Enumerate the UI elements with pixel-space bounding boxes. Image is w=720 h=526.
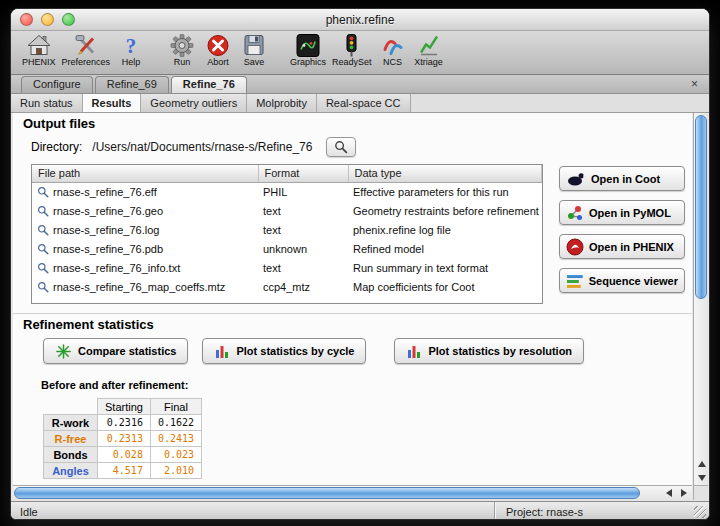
file-row[interactable]: rnase-s_refine_76_map_coeffs.mtz ccp4_mt… [32,277,542,296]
notebook-tabbar: Configure Refine_69 Refine_76 × [11,75,709,94]
close-window-button[interactable] [20,13,33,26]
vertical-scrollbar[interactable] [693,113,708,485]
resize-grip-icon[interactable] [694,506,706,518]
toolbar-button-preferences[interactable]: Preferences [59,32,114,67]
file-data-type: Map coefficients for Coot [348,277,542,296]
project-status: Project: rnase-s [495,506,709,518]
status-bar: Idle Project: rnase-s [11,501,709,520]
button-label: Open in PyMOL [589,207,671,219]
output-files-section: File path Format Data type rnase-s_refin… [31,164,692,304]
col-starting: Starting [98,399,151,415]
col-final: Final [150,399,201,415]
toolbar-button-save[interactable]: Save [236,32,272,67]
file-path: rnase-s_refine_76.eff [53,186,157,198]
row-label: Bonds [44,447,98,463]
scroll-up-button[interactable] [694,457,709,471]
magnifier-icon [37,224,49,236]
file-format: PHIL [258,182,348,201]
tab-configure[interactable]: Configure [21,76,93,93]
toolbar-button-abort[interactable]: Abort [200,32,236,67]
stats-row-r-free: R-free 0.2313 0.2413 [44,431,202,447]
magnifier-icon [37,281,49,293]
toolbar-button-phenix[interactable]: PHENIX [19,32,59,67]
file-path: rnase-s_refine_76_info.txt [53,262,180,274]
toolbar-label: NCS [383,57,402,67]
open-in-phenix-button[interactable]: Open in PHENIX [559,234,685,259]
scroll-down-button[interactable] [694,471,709,485]
file-data-type: Refined model [348,239,542,258]
minimize-window-button[interactable] [41,13,54,26]
magnifier-icon [37,205,49,217]
horizontal-scrollbar-thumb[interactable] [14,487,640,499]
col-file-path[interactable]: File path [32,165,258,182]
preferences-icon [73,32,99,59]
open-in-coot-button[interactable]: Open in Coot [559,166,685,191]
toolbar-label: Run [174,57,191,67]
toolbar-label: Graphics [290,57,326,67]
subtab-results[interactable]: Results [83,94,142,112]
pymol-icon [566,204,584,222]
vertical-scrollbar-thumb[interactable] [695,115,707,299]
tab-refine-69[interactable]: Refine_69 [95,76,169,93]
subtab-run-status[interactable]: Run status [11,94,83,112]
starting-value: 4.517 [98,463,151,479]
scroll-right-button[interactable] [676,486,691,500]
file-data-type: Run summary in text format [348,258,542,277]
sequence-viewer-button[interactable]: Sequence viewer [559,268,685,293]
plot-statistics-by-cycle-button[interactable]: Plot statistics by cycle [202,338,366,364]
stats-row-angles: Angles 4.517 2.010 [44,463,202,479]
output-files-heading: Output files [23,116,692,131]
toolbar-button-readyset[interactable]: ReadySet [329,32,375,67]
file-row[interactable]: rnase-s_refine_76.log text phenix.refine… [32,220,542,239]
subtab-molprobity[interactable]: Molprobity [247,94,317,112]
tab-refine-76[interactable]: Refine_76 [171,76,247,93]
final-value: 0.1622 [150,415,201,431]
blank-cell [44,399,98,415]
main-toolbar: PHENIX Preferences ? Help [11,31,709,75]
run-gear-icon [170,32,194,59]
col-data-type[interactable]: Data type [348,165,542,182]
toolbar-button-ncs[interactable]: NCS [375,32,411,67]
button-label: Plot statistics by resolution [428,345,572,357]
row-label: Angles [44,463,98,479]
toolbar-label: Save [244,57,265,67]
titlebar[interactable]: phenix.refine [11,9,709,31]
close-tab-icon[interactable]: × [688,77,701,91]
file-row[interactable]: rnase-s_refine_76.geo text Geometry rest… [32,201,542,220]
before-after-caption: Before and after refinement: [41,379,692,391]
compare-statistics-button[interactable]: Compare statistics [43,338,188,364]
zoom-window-button[interactable] [62,13,75,26]
horizontal-scrollbar[interactable] [13,485,692,500]
results-subtabbar: Run status Results Geometry outliers Mol… [11,94,709,113]
toolbar-button-run[interactable]: Run [164,32,200,67]
file-path: rnase-s_refine_76.geo [53,205,163,217]
toolbar-label: ReadySet [332,57,372,67]
file-row[interactable]: rnase-s_refine_76_info.txt text Run summ… [32,258,542,277]
help-icon: ? [121,32,141,59]
plot-statistics-by-resolution-button[interactable]: Plot statistics by resolution [394,338,584,364]
toolbar-button-xtriage[interactable]: Xtriage [411,32,447,67]
magnifier-icon [334,140,348,154]
output-files-table: File path Format Data type rnase-s_refin… [31,164,543,304]
save-icon [243,32,265,59]
refinement-statistics-heading: Refinement statistics [23,317,692,332]
results-pane: Output files Directory: /Users/nat/Docum… [13,113,692,485]
directory-row: Directory: /Users/nat/Documents/rnase-s/… [31,136,692,158]
toolbar-button-graphics[interactable]: Graphics [287,32,329,67]
stats-header-row: Starting Final [44,399,202,415]
file-row[interactable]: rnase-s_refine_76.eff PHIL Effective par… [32,182,542,201]
phenix-logo-icon [566,238,584,256]
browse-directory-button[interactable] [326,137,356,157]
col-format[interactable]: Format [258,165,348,182]
scroll-left-button[interactable] [661,486,676,500]
file-row[interactable]: rnase-s_refine_76.pdb unknown Refined mo… [32,239,542,258]
magnifier-icon [37,186,49,198]
button-label: Compare statistics [78,345,176,357]
toolbar-button-help[interactable]: ? Help [113,32,149,67]
subtab-real-space-cc[interactable]: Real-space CC [317,94,411,112]
sequence-icon [566,273,584,289]
subtab-geometry-outliers[interactable]: Geometry outliers [141,94,247,112]
open-in-pymol-button[interactable]: Open in PyMOL [559,200,685,225]
button-label: Sequence viewer [589,275,678,287]
section-divider [13,313,692,314]
